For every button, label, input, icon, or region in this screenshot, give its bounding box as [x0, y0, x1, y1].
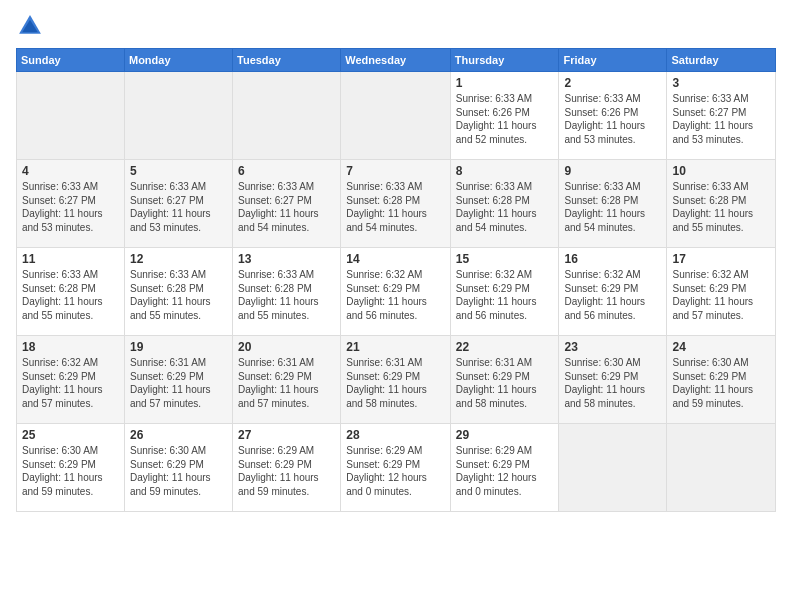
calendar-cell: [233, 72, 341, 160]
day-info: Sunrise: 6:29 AMSunset: 6:29 PMDaylight:…: [456, 444, 554, 498]
calendar-cell: 25Sunrise: 6:30 AMSunset: 6:29 PMDayligh…: [17, 424, 125, 512]
day-number: 16: [564, 252, 661, 266]
weekday-header-thursday: Thursday: [450, 49, 559, 72]
calendar: SundayMondayTuesdayWednesdayThursdayFrid…: [16, 48, 776, 512]
day-info: Sunrise: 6:32 AMSunset: 6:29 PMDaylight:…: [346, 268, 445, 322]
calendar-cell: 10Sunrise: 6:33 AMSunset: 6:28 PMDayligh…: [667, 160, 776, 248]
day-info: Sunrise: 6:30 AMSunset: 6:29 PMDaylight:…: [22, 444, 119, 498]
day-number: 19: [130, 340, 227, 354]
day-number: 9: [564, 164, 661, 178]
weekday-header-sunday: Sunday: [17, 49, 125, 72]
day-number: 11: [22, 252, 119, 266]
calendar-cell: 1Sunrise: 6:33 AMSunset: 6:26 PMDaylight…: [450, 72, 559, 160]
calendar-cell: 11Sunrise: 6:33 AMSunset: 6:28 PMDayligh…: [17, 248, 125, 336]
day-info: Sunrise: 6:33 AMSunset: 6:28 PMDaylight:…: [346, 180, 445, 234]
day-info: Sunrise: 6:33 AMSunset: 6:28 PMDaylight:…: [22, 268, 119, 322]
day-number: 27: [238, 428, 335, 442]
calendar-cell: 17Sunrise: 6:32 AMSunset: 6:29 PMDayligh…: [667, 248, 776, 336]
day-info: Sunrise: 6:33 AMSunset: 6:28 PMDaylight:…: [238, 268, 335, 322]
calendar-cell: 5Sunrise: 6:33 AMSunset: 6:27 PMDaylight…: [124, 160, 232, 248]
week-row-3: 11Sunrise: 6:33 AMSunset: 6:28 PMDayligh…: [17, 248, 776, 336]
calendar-cell: 23Sunrise: 6:30 AMSunset: 6:29 PMDayligh…: [559, 336, 667, 424]
calendar-cell: 7Sunrise: 6:33 AMSunset: 6:28 PMDaylight…: [341, 160, 451, 248]
day-number: 23: [564, 340, 661, 354]
day-number: 5: [130, 164, 227, 178]
day-info: Sunrise: 6:33 AMSunset: 6:27 PMDaylight:…: [22, 180, 119, 234]
calendar-cell: 13Sunrise: 6:33 AMSunset: 6:28 PMDayligh…: [233, 248, 341, 336]
calendar-cell: 20Sunrise: 6:31 AMSunset: 6:29 PMDayligh…: [233, 336, 341, 424]
day-number: 2: [564, 76, 661, 90]
week-row-1: 1Sunrise: 6:33 AMSunset: 6:26 PMDaylight…: [17, 72, 776, 160]
day-number: 25: [22, 428, 119, 442]
week-row-2: 4Sunrise: 6:33 AMSunset: 6:27 PMDaylight…: [17, 160, 776, 248]
calendar-cell: 22Sunrise: 6:31 AMSunset: 6:29 PMDayligh…: [450, 336, 559, 424]
day-number: 20: [238, 340, 335, 354]
calendar-cell: 8Sunrise: 6:33 AMSunset: 6:28 PMDaylight…: [450, 160, 559, 248]
page: SundayMondayTuesdayWednesdayThursdayFrid…: [0, 0, 792, 612]
day-number: 10: [672, 164, 770, 178]
calendar-cell: [341, 72, 451, 160]
day-info: Sunrise: 6:31 AMSunset: 6:29 PMDaylight:…: [130, 356, 227, 410]
day-info: Sunrise: 6:32 AMSunset: 6:29 PMDaylight:…: [672, 268, 770, 322]
day-info: Sunrise: 6:30 AMSunset: 6:29 PMDaylight:…: [564, 356, 661, 410]
day-info: Sunrise: 6:31 AMSunset: 6:29 PMDaylight:…: [456, 356, 554, 410]
calendar-cell: 29Sunrise: 6:29 AMSunset: 6:29 PMDayligh…: [450, 424, 559, 512]
day-number: 8: [456, 164, 554, 178]
calendar-cell: [17, 72, 125, 160]
day-info: Sunrise: 6:33 AMSunset: 6:27 PMDaylight:…: [672, 92, 770, 146]
calendar-header: SundayMondayTuesdayWednesdayThursdayFrid…: [17, 49, 776, 72]
day-info: Sunrise: 6:29 AMSunset: 6:29 PMDaylight:…: [346, 444, 445, 498]
day-info: Sunrise: 6:30 AMSunset: 6:29 PMDaylight:…: [672, 356, 770, 410]
logo-icon: [16, 12, 44, 40]
calendar-cell: [559, 424, 667, 512]
day-number: 4: [22, 164, 119, 178]
calendar-cell: 14Sunrise: 6:32 AMSunset: 6:29 PMDayligh…: [341, 248, 451, 336]
day-info: Sunrise: 6:32 AMSunset: 6:29 PMDaylight:…: [564, 268, 661, 322]
day-info: Sunrise: 6:32 AMSunset: 6:29 PMDaylight:…: [456, 268, 554, 322]
calendar-cell: 2Sunrise: 6:33 AMSunset: 6:26 PMDaylight…: [559, 72, 667, 160]
day-info: Sunrise: 6:31 AMSunset: 6:29 PMDaylight:…: [238, 356, 335, 410]
calendar-cell: [124, 72, 232, 160]
day-number: 22: [456, 340, 554, 354]
weekday-header-wednesday: Wednesday: [341, 49, 451, 72]
day-info: Sunrise: 6:33 AMSunset: 6:28 PMDaylight:…: [564, 180, 661, 234]
day-info: Sunrise: 6:33 AMSunset: 6:28 PMDaylight:…: [672, 180, 770, 234]
calendar-cell: 28Sunrise: 6:29 AMSunset: 6:29 PMDayligh…: [341, 424, 451, 512]
calendar-cell: 6Sunrise: 6:33 AMSunset: 6:27 PMDaylight…: [233, 160, 341, 248]
day-number: 28: [346, 428, 445, 442]
day-number: 6: [238, 164, 335, 178]
day-info: Sunrise: 6:32 AMSunset: 6:29 PMDaylight:…: [22, 356, 119, 410]
calendar-cell: 18Sunrise: 6:32 AMSunset: 6:29 PMDayligh…: [17, 336, 125, 424]
calendar-cell: 15Sunrise: 6:32 AMSunset: 6:29 PMDayligh…: [450, 248, 559, 336]
day-info: Sunrise: 6:31 AMSunset: 6:29 PMDaylight:…: [346, 356, 445, 410]
day-number: 29: [456, 428, 554, 442]
day-number: 21: [346, 340, 445, 354]
day-info: Sunrise: 6:33 AMSunset: 6:27 PMDaylight:…: [130, 180, 227, 234]
day-number: 17: [672, 252, 770, 266]
day-info: Sunrise: 6:33 AMSunset: 6:28 PMDaylight:…: [130, 268, 227, 322]
day-info: Sunrise: 6:33 AMSunset: 6:27 PMDaylight:…: [238, 180, 335, 234]
day-number: 14: [346, 252, 445, 266]
day-number: 24: [672, 340, 770, 354]
weekday-header-row: SundayMondayTuesdayWednesdayThursdayFrid…: [17, 49, 776, 72]
weekday-header-tuesday: Tuesday: [233, 49, 341, 72]
calendar-cell: 12Sunrise: 6:33 AMSunset: 6:28 PMDayligh…: [124, 248, 232, 336]
calendar-cell: 26Sunrise: 6:30 AMSunset: 6:29 PMDayligh…: [124, 424, 232, 512]
day-number: 1: [456, 76, 554, 90]
header: [16, 12, 776, 40]
day-number: 15: [456, 252, 554, 266]
calendar-cell: 3Sunrise: 6:33 AMSunset: 6:27 PMDaylight…: [667, 72, 776, 160]
day-number: 3: [672, 76, 770, 90]
logo: [16, 12, 48, 40]
calendar-cell: 21Sunrise: 6:31 AMSunset: 6:29 PMDayligh…: [341, 336, 451, 424]
day-number: 13: [238, 252, 335, 266]
calendar-body: 1Sunrise: 6:33 AMSunset: 6:26 PMDaylight…: [17, 72, 776, 512]
calendar-cell: 9Sunrise: 6:33 AMSunset: 6:28 PMDaylight…: [559, 160, 667, 248]
day-number: 26: [130, 428, 227, 442]
day-info: Sunrise: 6:33 AMSunset: 6:26 PMDaylight:…: [456, 92, 554, 146]
day-number: 18: [22, 340, 119, 354]
week-row-4: 18Sunrise: 6:32 AMSunset: 6:29 PMDayligh…: [17, 336, 776, 424]
day-info: Sunrise: 6:30 AMSunset: 6:29 PMDaylight:…: [130, 444, 227, 498]
day-info: Sunrise: 6:29 AMSunset: 6:29 PMDaylight:…: [238, 444, 335, 498]
calendar-cell: 24Sunrise: 6:30 AMSunset: 6:29 PMDayligh…: [667, 336, 776, 424]
